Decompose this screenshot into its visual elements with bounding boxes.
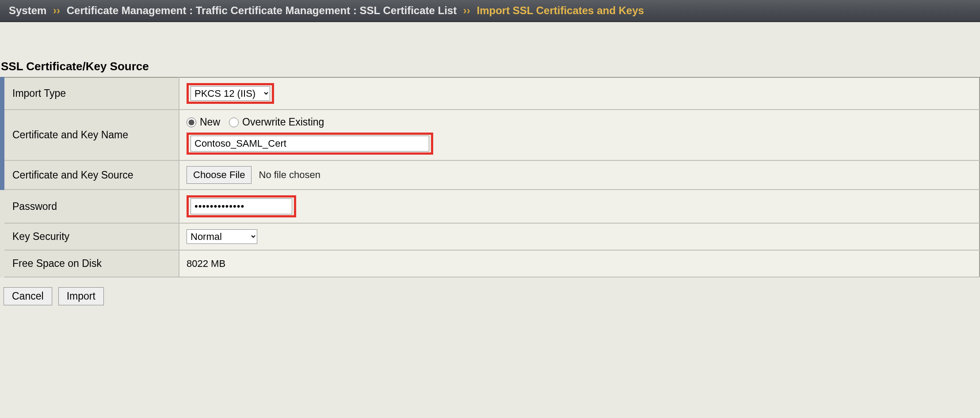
import-type-select[interactable]: PKCS 12 (IIS): [191, 86, 270, 101]
radio-new-label[interactable]: New: [200, 116, 220, 128]
breadcrumb: System ›› Certificate Management : Traff…: [0, 0, 980, 22]
actions-bar: Cancel Import: [0, 277, 980, 315]
row-password: Password: [2, 190, 980, 223]
breadcrumb-sep-1: ››: [53, 4, 60, 16]
cancel-button[interactable]: Cancel: [4, 287, 52, 305]
choose-file-button[interactable]: Choose File: [187, 166, 252, 184]
key-security-select[interactable]: Normal: [187, 229, 257, 244]
label-cert-source: Certificate and Key Source: [2, 160, 179, 190]
breadcrumb-l1[interactable]: System: [9, 4, 46, 16]
radio-new[interactable]: [187, 118, 196, 127]
label-password: Password: [2, 190, 179, 223]
row-import-type: Import Type PKCS 12 (IIS): [2, 77, 980, 110]
cert-name-highlight: [187, 133, 433, 155]
breadcrumb-l2[interactable]: Certificate Management : Traffic Certifi…: [67, 4, 457, 16]
row-cert-source: Certificate and Key Source Choose File N…: [2, 160, 980, 190]
row-free-space: Free Space on Disk 8022 MB: [2, 250, 980, 277]
import-button[interactable]: Import: [58, 287, 104, 305]
cert-name-input[interactable]: [191, 136, 429, 152]
password-highlight: [187, 195, 296, 217]
radio-overwrite[interactable]: [229, 118, 239, 127]
label-cert-name: Certificate and Key Name: [2, 110, 179, 160]
cert-name-radio-row: New Overwrite Existing: [187, 116, 972, 128]
row-cert-name: Certificate and Key Name New Overwrite E…: [2, 110, 980, 160]
form-table: Import Type PKCS 12 (IIS) Certificate an…: [0, 77, 980, 277]
free-space-value: 8022 MB: [187, 258, 225, 269]
label-free-space: Free Space on Disk: [2, 250, 179, 277]
label-import-type: Import Type: [2, 77, 179, 110]
section-title: SSL Certificate/Key Source: [0, 60, 980, 77]
radio-overwrite-label[interactable]: Overwrite Existing: [242, 116, 324, 128]
password-input[interactable]: [191, 198, 292, 214]
breadcrumb-current: Import SSL Certificates and Keys: [477, 4, 644, 16]
row-key-security: Key Security Normal: [2, 223, 980, 250]
import-type-highlight: PKCS 12 (IIS): [187, 83, 274, 104]
file-status: No file chosen: [259, 169, 320, 180]
breadcrumb-sep-2: ››: [463, 4, 470, 16]
label-key-security: Key Security: [2, 223, 179, 250]
